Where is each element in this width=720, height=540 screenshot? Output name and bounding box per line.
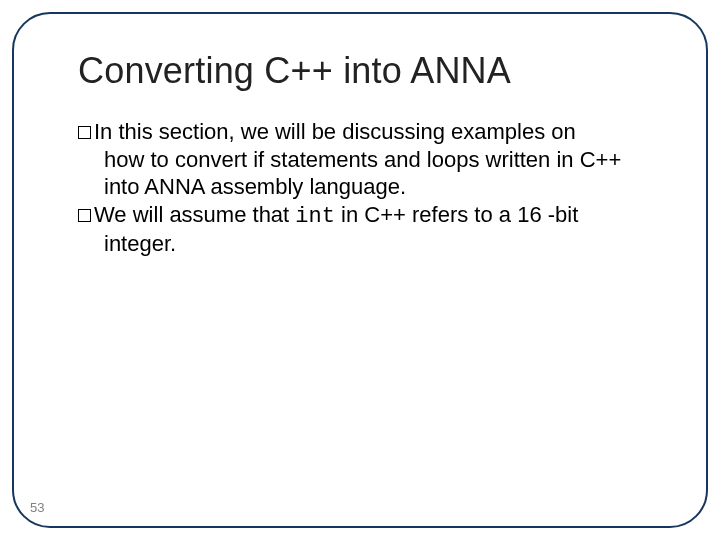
square-bullet-icon [78, 209, 91, 222]
slide-body: In this section, we will be discussing e… [78, 118, 660, 258]
page-number: 53 [30, 500, 44, 515]
bullet-1-firstline: In this section, we will be discussing e… [94, 119, 576, 144]
bullet-2: We will assume that int in C++ refers to… [78, 201, 660, 231]
bullet-2-cont: integer. [104, 230, 660, 258]
bullet-2-post: in C++ refers to a 16 -bit [335, 202, 578, 227]
bullet-1-cont: how to convert if statements and loops w… [104, 146, 660, 201]
slide: Converting C++ into ANNA In this section… [0, 0, 720, 540]
bullet-1: In this section, we will be discussing e… [78, 118, 660, 146]
square-bullet-icon [78, 126, 91, 139]
bullet-2-pre: We will assume that [94, 202, 295, 227]
slide-title: Converting C++ into ANNA [78, 50, 660, 92]
bullet-2-code: int [295, 204, 335, 229]
